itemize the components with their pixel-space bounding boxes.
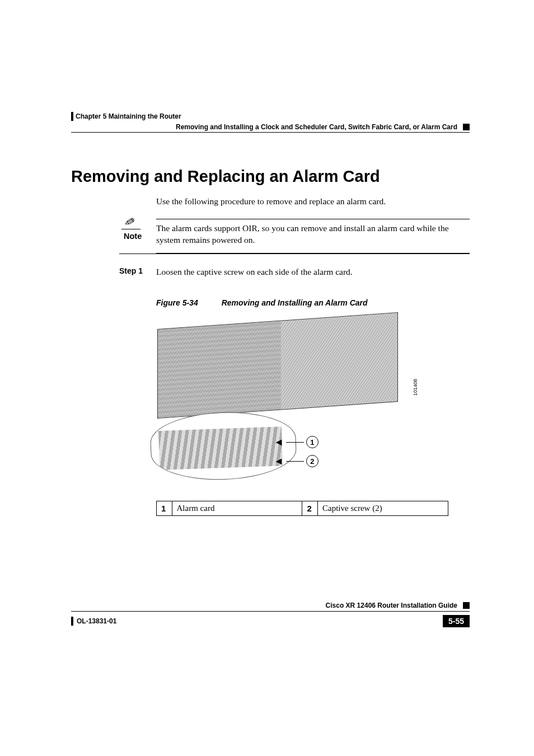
header-rule bbox=[71, 132, 470, 133]
chapter-marker bbox=[71, 112, 73, 121]
table-row: 1 Alarm card 2 Captive screw (2) bbox=[157, 501, 448, 516]
callout-bubble-2: 2 bbox=[306, 455, 318, 467]
note-label: Note bbox=[124, 232, 142, 241]
note-rule-bot bbox=[156, 253, 470, 253]
legend-num-2: 2 bbox=[302, 501, 318, 516]
section-label: Removing and Installing a Clock and Sche… bbox=[176, 123, 457, 131]
arrow-icon: ◄ bbox=[274, 456, 284, 467]
chapter-header: Chapter 5 Maintaining the Router Removin… bbox=[71, 112, 470, 133]
callout-1: ◄ 1 bbox=[274, 436, 318, 448]
step-text: Loosen the captive screw on each side of… bbox=[156, 266, 470, 278]
footer-guide-title: Cisco XR 12406 Router Installation Guide bbox=[326, 602, 457, 609]
pencil-icon: ✎ bbox=[120, 215, 137, 228]
callout-line bbox=[286, 461, 304, 462]
figure-ref: Figure 5-34 bbox=[156, 298, 198, 307]
page-footer: Cisco XR 12406 Router Installation Guide… bbox=[71, 602, 470, 627]
chapter-label: Chapter 5 Maintaining the Router bbox=[76, 112, 181, 120]
note-block: ✎ Note The alarm cards support OIR, so y… bbox=[124, 219, 470, 253]
doc-id-bar bbox=[71, 617, 73, 626]
page-number-badge: 5-55 bbox=[443, 615, 470, 627]
figure-illustration: 101408 ◄ 1 ◄ 2 bbox=[156, 317, 414, 485]
footer-rule bbox=[71, 611, 470, 612]
callout-line bbox=[286, 442, 304, 443]
legend-text-1: Alarm card bbox=[172, 501, 302, 516]
doc-id: OL-13831-01 bbox=[71, 617, 116, 626]
note-rule-top bbox=[156, 219, 470, 219]
step-label: Step 1 bbox=[71, 266, 156, 275]
note-icon-underline bbox=[121, 229, 140, 229]
doc-id-text: OL-13831-01 bbox=[77, 617, 116, 625]
legend-table: 1 Alarm card 2 Captive screw (2) bbox=[156, 501, 448, 516]
step-row: Step 1 Loosen the captive screw on each … bbox=[71, 266, 470, 278]
alarm-card-detail bbox=[158, 426, 283, 470]
figure-title: Removing and Installing an Alarm Card bbox=[222, 298, 368, 307]
intro-paragraph: Use the following procedure to remove an… bbox=[156, 196, 470, 208]
page-title: Removing and Replacing an Alarm Card bbox=[71, 167, 470, 186]
note-text: The alarm cards support OIR, so you can … bbox=[156, 223, 470, 248]
footer-marker bbox=[463, 602, 470, 609]
legend-num-1: 1 bbox=[157, 501, 172, 516]
arrow-icon: ◄ bbox=[274, 436, 284, 448]
figure-image-id: 101408 bbox=[413, 379, 418, 396]
step-rule bbox=[119, 253, 470, 254]
callout-2: ◄ 2 bbox=[274, 455, 318, 467]
figure-caption: Figure 5-34 Removing and Installing an A… bbox=[156, 298, 470, 307]
callout-bubble-1: 1 bbox=[306, 436, 318, 448]
legend-text-2: Captive screw (2) bbox=[318, 501, 448, 516]
router-chassis bbox=[157, 312, 398, 419]
section-marker bbox=[463, 124, 470, 130]
